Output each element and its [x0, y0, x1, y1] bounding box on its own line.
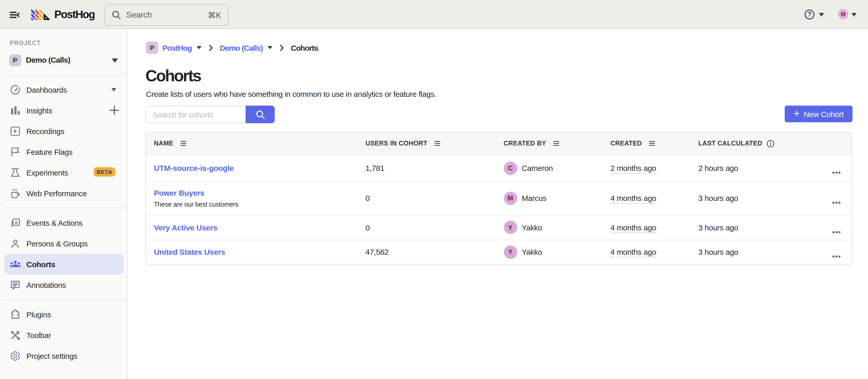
svg-text:A: A: [14, 220, 18, 225]
svg-text:?: ?: [807, 10, 811, 18]
